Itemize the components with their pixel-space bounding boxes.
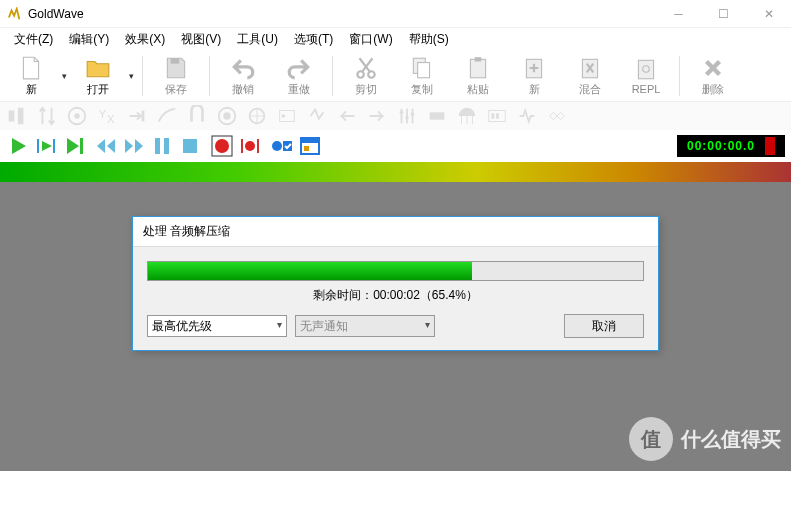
- tool-icon[interactable]: [156, 105, 178, 127]
- main-toolbar: 新 ▾ 打开 ▾ 保存 撤销 重做 剪切 复制 粘贴 新 混合 REPL 删除: [0, 50, 791, 102]
- loop-check-icon[interactable]: [270, 134, 294, 158]
- dropdown-icon[interactable]: ▾: [129, 71, 134, 81]
- svg-rect-31: [155, 138, 160, 154]
- tool-icon[interactable]: [426, 105, 448, 127]
- svg-rect-26: [430, 112, 445, 119]
- menu-effect[interactable]: 效果(X): [117, 29, 173, 50]
- notify-select: 无声通知: [295, 315, 435, 337]
- menu-file[interactable]: 文件(Z): [6, 29, 61, 50]
- watermark-text: 什么值得买: [681, 426, 781, 453]
- tool-icon[interactable]: [336, 105, 358, 127]
- pause-icon[interactable]: [150, 134, 174, 158]
- priority-select[interactable]: 最高优先级: [147, 315, 287, 337]
- new2-button[interactable]: 新: [509, 52, 559, 100]
- cancel-button[interactable]: 取消: [564, 314, 644, 338]
- tool-icon[interactable]: [486, 105, 508, 127]
- svg-point-36: [245, 141, 255, 151]
- maximize-button[interactable]: ☐: [701, 0, 746, 28]
- dropdown-icon[interactable]: ▾: [62, 71, 67, 81]
- svg-point-24: [405, 116, 409, 120]
- paste-button[interactable]: 粘贴: [453, 52, 503, 100]
- svg-rect-4: [418, 62, 430, 77]
- record-selection-icon[interactable]: [238, 134, 262, 158]
- app-logo-icon: [8, 7, 22, 21]
- cut-button[interactable]: 剪切: [341, 52, 391, 100]
- undo-button[interactable]: 撤销: [218, 52, 268, 100]
- svg-text:Y: Y: [99, 108, 107, 120]
- rewind-icon[interactable]: [94, 134, 118, 158]
- svg-rect-28: [492, 113, 495, 119]
- tool-icon[interactable]: [276, 105, 298, 127]
- tool-icon[interactable]: [126, 105, 148, 127]
- svg-rect-5: [470, 59, 485, 77]
- tool-icon[interactable]: [36, 105, 58, 127]
- svg-point-23: [400, 111, 404, 115]
- tool-icon[interactable]: [246, 105, 268, 127]
- menu-option[interactable]: 选项(T): [286, 29, 341, 50]
- svg-rect-30: [80, 138, 83, 154]
- menu-view[interactable]: 视图(V): [173, 29, 229, 50]
- dialog-title: 处理 音频解压缩: [133, 217, 658, 247]
- menu-window[interactable]: 窗口(W): [341, 29, 400, 50]
- svg-point-25: [411, 112, 415, 116]
- svg-text:X: X: [107, 113, 115, 125]
- redo-button[interactable]: 重做: [274, 52, 324, 100]
- repl-button[interactable]: REPL: [621, 52, 671, 100]
- svg-point-35: [215, 139, 229, 153]
- record-icon[interactable]: [210, 134, 234, 158]
- svg-rect-41: [304, 146, 309, 151]
- tool-icon[interactable]: [366, 105, 388, 127]
- workspace: 处理 音频解压缩 剩余时间：00:00:02（65.4%） 最高优先级 无声通知…: [0, 182, 791, 471]
- new-button[interactable]: 新: [6, 52, 56, 100]
- tool-icon[interactable]: [546, 105, 568, 127]
- watermark: 值 什么值得买: [629, 417, 781, 461]
- menu-bar: 文件(Z) 编辑(Y) 效果(X) 视图(V) 工具(U) 选项(T) 窗口(W…: [0, 28, 791, 50]
- stop-icon[interactable]: [178, 134, 202, 158]
- svg-rect-6: [475, 57, 482, 61]
- open-button[interactable]: 打开: [73, 52, 123, 100]
- tool-icon[interactable]: [396, 105, 418, 127]
- play-selection-icon[interactable]: [34, 134, 58, 158]
- delete-button[interactable]: 删除: [688, 52, 738, 100]
- effects-toolbar: YX: [0, 102, 791, 130]
- progress-bar: [147, 261, 644, 281]
- svg-rect-33: [183, 139, 197, 153]
- tool-icon[interactable]: [216, 105, 238, 127]
- svg-rect-12: [18, 108, 23, 125]
- tool-icon[interactable]: [516, 105, 538, 127]
- menu-tool[interactable]: 工具(U): [229, 29, 286, 50]
- svg-point-19: [223, 112, 230, 119]
- menu-help[interactable]: 帮助(S): [401, 29, 457, 50]
- svg-rect-38: [283, 141, 292, 151]
- watermark-badge: 值: [629, 417, 673, 461]
- transport-bar: 00:00:00.0: [0, 130, 791, 162]
- play-end-icon[interactable]: [62, 134, 86, 158]
- forward-icon[interactable]: [122, 134, 146, 158]
- tool-icon[interactable]: [186, 105, 208, 127]
- svg-point-14: [74, 113, 80, 119]
- tool-icon[interactable]: [66, 105, 88, 127]
- progress-dialog: 处理 音频解压缩 剩余时间：00:00:02（65.4%） 最高优先级 无声通知…: [132, 216, 659, 351]
- play-icon[interactable]: [6, 134, 30, 158]
- tool-icon[interactable]: YX: [96, 105, 118, 127]
- level-meter: [0, 162, 791, 182]
- svg-rect-0: [171, 58, 180, 63]
- close-button[interactable]: ✕: [746, 0, 791, 28]
- svg-point-37: [272, 141, 282, 151]
- window-view-icon[interactable]: [298, 134, 322, 158]
- minimize-button[interactable]: ─: [656, 0, 701, 28]
- copy-button[interactable]: 复制: [397, 52, 447, 100]
- window-title: GoldWave: [28, 7, 84, 21]
- tool-icon[interactable]: [6, 105, 28, 127]
- tool-icon[interactable]: [306, 105, 328, 127]
- svg-rect-32: [164, 138, 169, 154]
- svg-rect-29: [496, 113, 499, 119]
- timecode-display: 00:00:00.0: [677, 135, 785, 157]
- save-button[interactable]: 保存: [151, 52, 201, 100]
- tool-icon[interactable]: [456, 105, 478, 127]
- menu-edit[interactable]: 编辑(Y): [61, 29, 117, 50]
- title-bar: GoldWave ─ ☐ ✕: [0, 0, 791, 28]
- remaining-time: 剩余时间：00:00:02（65.4%）: [147, 287, 644, 304]
- mix-button[interactable]: 混合: [565, 52, 615, 100]
- svg-rect-11: [9, 111, 15, 122]
